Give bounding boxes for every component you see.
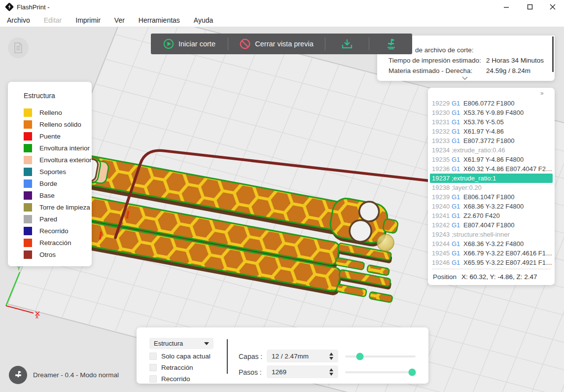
slice-file-label: de archivo de corte: [415, 46, 474, 54]
capas-spinner[interactable]: 12 / 2.47mm [267, 350, 338, 362]
material-label: Materia estimado - Derecha: [388, 67, 472, 74]
position-divider [432, 269, 551, 269]
menu-ayuda[interactable]: Ayuda [187, 16, 220, 24]
envoltura-exterior-swatch [24, 156, 32, 164]
chevron-down-icon [204, 342, 209, 345]
legend-item-envoltura-exterior: Envoltura exterior [24, 154, 88, 166]
capas-slider[interactable] [345, 356, 416, 357]
printer-extruder-icon [385, 38, 397, 50]
envoltura-interior-swatch [24, 144, 32, 152]
preview-controls-panel: Estructura Solo capa actual Retracción R… [137, 327, 428, 384]
capas-slider-thumb[interactable] [356, 353, 364, 360]
pasos-spinner[interactable]: 1269 [267, 365, 338, 378]
maximize-icon [527, 4, 533, 10]
gcode-line[interactable]: 19241G1Z2.670 F420 [430, 211, 553, 220]
collapse-chevron-icon[interactable] [462, 76, 468, 80]
legend-item-base: Base [24, 189, 88, 201]
gcode-line[interactable]: 19235G1X61.97 Y-4.86 F4800 [430, 155, 553, 164]
legend-item-pared: Pared [24, 213, 88, 225]
legend-item-relleno-solido: Relleno sólido [24, 118, 88, 130]
save-gcode-button[interactable] [325, 34, 369, 54]
material-value: 24.59g / 8.24m [486, 67, 530, 74]
puente-swatch [24, 132, 32, 141]
legend-item-borde: Borde [24, 178, 88, 189]
checkbox-recorrido[interactable]: Recorrido [149, 375, 190, 383]
gcode-line[interactable]: 19239G1E806.1047 F1800 [430, 192, 553, 202]
checkbox-retraccion[interactable]: Retracción [149, 363, 193, 372]
print-head-marker [377, 234, 394, 251]
legend-item-soportes: Soportes [24, 166, 88, 178]
gcode-line[interactable]: 19236G1X60.32 Y-4.86 E807.4047 F2… [430, 164, 553, 174]
menu-editar: Editar [37, 16, 69, 24]
cancel-icon [240, 38, 250, 49]
expand-panel-icon[interactable]: » [540, 90, 544, 97]
window-title: FlashPrint - [17, 3, 49, 11]
title-bar: FlashPrint - [0, 0, 564, 14]
legend-item-torre: Torre de limpieza [24, 201, 88, 213]
start-slice-button[interactable]: Iniciar corte [151, 34, 228, 54]
legend-item-otros: Otros [24, 249, 88, 260]
position-label: Position [433, 273, 457, 281]
otros-swatch [24, 250, 32, 259]
relleno-swatch [24, 108, 32, 117]
gcode-line[interactable]: 19232G1X61.97 Y-4.86 [430, 127, 553, 136]
gcode-line[interactable]: 19231G1X53.76 Y-5.05 [430, 117, 553, 127]
gcode-line[interactable]: 19244G1X68.36 Y-3.22 F4800 [430, 239, 553, 249]
legend-item-envoltura-interior: Envoltura interior [24, 142, 88, 154]
gcode-line[interactable]: 19229G1E806.0772 F1800 [430, 99, 553, 108]
spinner-arrows-icon[interactable] [329, 368, 333, 376]
close-icon [550, 4, 556, 10]
structure-dropdown[interactable]: Estructura [149, 338, 213, 349]
legend-item-relleno: Relleno [24, 107, 88, 118]
menu-archivo[interactable]: Archivo [0, 16, 37, 24]
gcode-line[interactable]: 19246G1X65.95 Y-3.22 E807.4921 F1… [430, 258, 553, 267]
checkbox-solo-capa-actual[interactable]: Solo capa actual [149, 352, 211, 360]
gcode-line[interactable]: 19242G1E807.4047 F1800 [430, 220, 553, 230]
structure-legend-panel: Estructura Relleno Relleno sólido Puente… [8, 82, 92, 266]
menu-herramientas[interactable]: Herramientas [132, 16, 187, 24]
gcode-line-comment[interactable]: 19234;extrude_ratio:0.46 [430, 145, 553, 155]
close-button[interactable] [541, 0, 564, 14]
gcode-line-comment[interactable]: 19243;structure:shell-inner [430, 230, 553, 239]
torre-swatch [24, 203, 32, 212]
recorrido-swatch [24, 227, 32, 235]
base-swatch [24, 191, 32, 200]
pasos-slider-thumb[interactable] [408, 369, 416, 376]
gcode-line-comment[interactable]: 19238;layer:0.20 [430, 183, 553, 192]
soportes-swatch [24, 168, 32, 176]
menu-imprimir[interactable]: Imprimir [69, 16, 107, 24]
play-icon [163, 38, 174, 49]
pasos-slider[interactable] [345, 371, 416, 373]
minimize-button[interactable] [495, 0, 518, 14]
menu-bar: Archivo Editar Imprimir Ver Herramientas… [0, 14, 564, 27]
legend-item-puente: Puente [24, 130, 88, 142]
legend-item-retraccion: Retracción [24, 237, 88, 249]
file-list-button[interactable] [8, 37, 29, 58]
borde-swatch [24, 179, 32, 188]
send-to-printer-button[interactable] [369, 34, 412, 54]
document-icon [13, 42, 23, 53]
x-axis-label: x [35, 313, 38, 320]
checkbox-icon [149, 353, 157, 360]
legend-item-recorrido: Recorrido [24, 225, 88, 237]
gcode-line[interactable]: 19233G1E807.3772 F1800 [430, 136, 553, 145]
checkbox-icon [149, 364, 157, 371]
capas-label: Capas : [239, 353, 262, 360]
flashprint-logo-icon [5, 2, 14, 11]
gcode-line[interactable]: 19230G1X53.76 Y-9.89 F4800 [430, 108, 553, 117]
machine-button[interactable] [9, 366, 27, 384]
spinner-arrows-icon[interactable] [329, 353, 333, 360]
info-scrollbar[interactable] [552, 36, 554, 72]
extruder-icon [13, 370, 24, 380]
panel-divider [227, 339, 228, 374]
maximize-button[interactable] [519, 0, 541, 14]
close-preview-button[interactable]: Cerrar vista previa [228, 34, 325, 54]
gcode-panel: » 19229G1E806.0772 F1800 19230G1X53.76 Y… [428, 88, 555, 285]
position-value: X: 60.32, Y: -4.86, Z: 2.47 [461, 273, 537, 281]
gcode-line[interactable]: 19245G1X66.79 Y-3.22 E807.4616 F1… [430, 249, 553, 258]
machine-label: Dreamer - 0.4 - Modo normal [33, 371, 119, 379]
menu-ver[interactable]: Ver [107, 16, 132, 24]
legend-title: Estructura [24, 92, 55, 100]
gcode-line-selected[interactable]: 19237;extrude_ratio:1 [430, 174, 553, 183]
gcode-line[interactable]: 19240G1X68.36 Y-3.22 F4800 [430, 202, 553, 211]
